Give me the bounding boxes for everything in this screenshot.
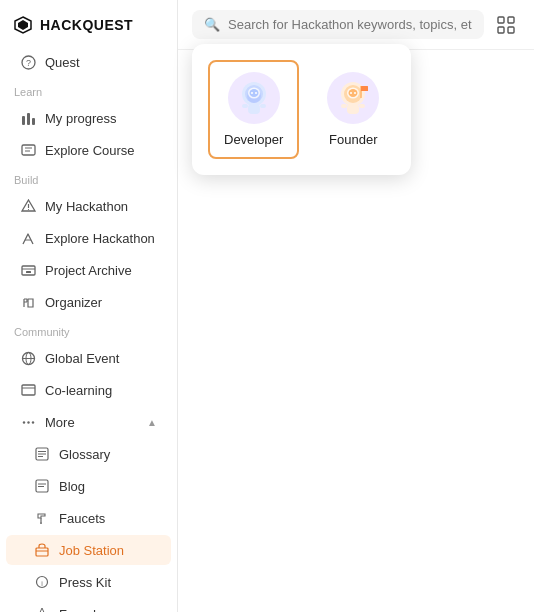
faucets-label: Faucets bbox=[59, 511, 105, 526]
global-event-icon bbox=[20, 350, 36, 366]
svg-rect-60 bbox=[341, 104, 347, 108]
search-box[interactable]: 🔍 bbox=[192, 10, 484, 39]
glossary-label: Glossary bbox=[59, 447, 110, 462]
svg-point-12 bbox=[27, 208, 28, 209]
svg-rect-5 bbox=[27, 113, 30, 125]
svg-point-49 bbox=[255, 92, 257, 94]
logo-text: HACKQUEST bbox=[40, 17, 133, 33]
svg-rect-16 bbox=[26, 271, 31, 273]
more-label: More bbox=[45, 415, 75, 430]
svg-point-22 bbox=[22, 421, 24, 423]
organizer-icon bbox=[20, 294, 36, 310]
search-input[interactable] bbox=[228, 17, 472, 32]
sidebar-item-project-archive[interactable]: Project Archive bbox=[6, 255, 171, 285]
main-content: 🔍 bbox=[178, 0, 534, 612]
progress-icon bbox=[20, 110, 36, 126]
faucets-icon bbox=[34, 510, 50, 526]
sidebar-item-global-event[interactable]: Global Event bbox=[6, 343, 171, 373]
sidebar-item-founder[interactable]: Founder ↗ bbox=[6, 599, 171, 612]
explore-hackathon-label: Explore Hackathon bbox=[45, 231, 155, 246]
sidebar-item-job-station[interactable]: Job Station bbox=[6, 535, 171, 565]
svg-rect-7 bbox=[22, 145, 35, 155]
job-station-label: Job Station bbox=[59, 543, 124, 558]
top-bar: 🔍 bbox=[178, 0, 534, 50]
co-learning-label: Co-learning bbox=[45, 383, 112, 398]
more-chevron-icon: ▲ bbox=[147, 417, 157, 428]
svg-point-56 bbox=[349, 89, 358, 97]
svg-rect-63 bbox=[361, 86, 368, 91]
svg-marker-38 bbox=[35, 608, 49, 612]
svg-rect-61 bbox=[359, 104, 365, 108]
project-archive-label: Project Archive bbox=[45, 263, 132, 278]
sidebar-item-explore-hackathon[interactable]: Explore Hackathon bbox=[6, 223, 171, 253]
sidebar-item-blog[interactable]: Blog bbox=[6, 471, 171, 501]
explore-course-label: Explore Course bbox=[45, 143, 135, 158]
job-station-icon bbox=[34, 542, 50, 558]
popup-developer-item[interactable]: Developer bbox=[208, 60, 299, 159]
grid-icon[interactable] bbox=[492, 11, 520, 39]
organizer-label: Organizer bbox=[45, 295, 102, 310]
blog-label: Blog bbox=[59, 479, 85, 494]
build-section-label: Build bbox=[0, 166, 177, 190]
explore-hackathon-icon bbox=[20, 230, 36, 246]
more-left: More bbox=[20, 414, 75, 430]
developer-avatar bbox=[228, 72, 280, 124]
popup-overlay: Developer bbox=[192, 44, 411, 175]
founder-nav-label: Founder bbox=[59, 607, 107, 613]
svg-point-58 bbox=[354, 92, 356, 94]
svg-rect-59 bbox=[347, 104, 359, 114]
svg-point-23 bbox=[27, 421, 29, 423]
course-icon bbox=[20, 142, 36, 158]
sidebar: HACKQUEST ? Quest Learn My progress bbox=[0, 0, 178, 612]
svg-rect-14 bbox=[22, 266, 35, 275]
sidebar-item-press-kit[interactable]: i Press Kit bbox=[6, 567, 171, 597]
svg-point-33 bbox=[40, 522, 42, 524]
quest-icon: ? bbox=[20, 54, 36, 70]
founder-avatar bbox=[327, 72, 379, 124]
svg-point-57 bbox=[350, 92, 352, 94]
sidebar-item-my-progress[interactable]: My progress bbox=[6, 103, 171, 133]
sidebar-item-my-hackathon[interactable]: My Hackathon bbox=[6, 191, 171, 221]
svg-point-24 bbox=[31, 421, 33, 423]
co-learning-icon bbox=[20, 382, 36, 398]
svg-text:i: i bbox=[41, 580, 43, 587]
hackathon-icon bbox=[20, 198, 36, 214]
my-progress-label: My progress bbox=[45, 111, 117, 126]
press-kit-icon: i bbox=[34, 574, 50, 590]
svg-rect-40 bbox=[508, 17, 514, 23]
quest-label: Quest bbox=[45, 55, 80, 70]
learn-section-label: Learn bbox=[0, 78, 177, 102]
sidebar-item-explore-course[interactable]: Explore Course bbox=[6, 135, 171, 165]
sidebar-item-co-learning[interactable]: Co-learning bbox=[6, 375, 171, 405]
svg-rect-52 bbox=[260, 104, 266, 108]
svg-rect-42 bbox=[508, 27, 514, 33]
svg-rect-34 bbox=[36, 548, 48, 556]
svg-text:?: ? bbox=[25, 58, 30, 68]
project-archive-icon bbox=[20, 262, 36, 278]
founder-popup-label: Founder bbox=[329, 132, 377, 147]
svg-rect-6 bbox=[32, 118, 35, 125]
svg-rect-20 bbox=[22, 385, 35, 395]
popup-founder-item[interactable]: Founder bbox=[311, 60, 395, 159]
more-icon bbox=[20, 414, 36, 430]
press-kit-label: Press Kit bbox=[59, 575, 111, 590]
logo-area: HACKQUEST bbox=[0, 0, 177, 46]
sidebar-item-organizer[interactable]: Organizer bbox=[6, 287, 171, 317]
external-link-icon: ↗ bbox=[149, 609, 157, 613]
founder-icon bbox=[34, 606, 50, 612]
sidebar-item-glossary[interactable]: Glossary bbox=[6, 439, 171, 469]
svg-rect-4 bbox=[22, 116, 25, 125]
svg-point-48 bbox=[251, 92, 253, 94]
glossary-icon bbox=[34, 446, 50, 462]
sidebar-item-quest[interactable]: ? Quest bbox=[6, 47, 171, 77]
community-section-label: Community bbox=[0, 318, 177, 342]
logo-icon bbox=[14, 16, 32, 34]
developer-popup-label: Developer bbox=[224, 132, 283, 147]
blog-icon bbox=[34, 478, 50, 494]
sidebar-item-more[interactable]: More ▲ bbox=[6, 407, 171, 437]
sidebar-item-faucets[interactable]: Faucets bbox=[6, 503, 171, 533]
svg-rect-50 bbox=[248, 104, 260, 114]
search-icon: 🔍 bbox=[204, 17, 220, 32]
svg-rect-51 bbox=[242, 104, 248, 108]
my-hackathon-label: My Hackathon bbox=[45, 199, 128, 214]
